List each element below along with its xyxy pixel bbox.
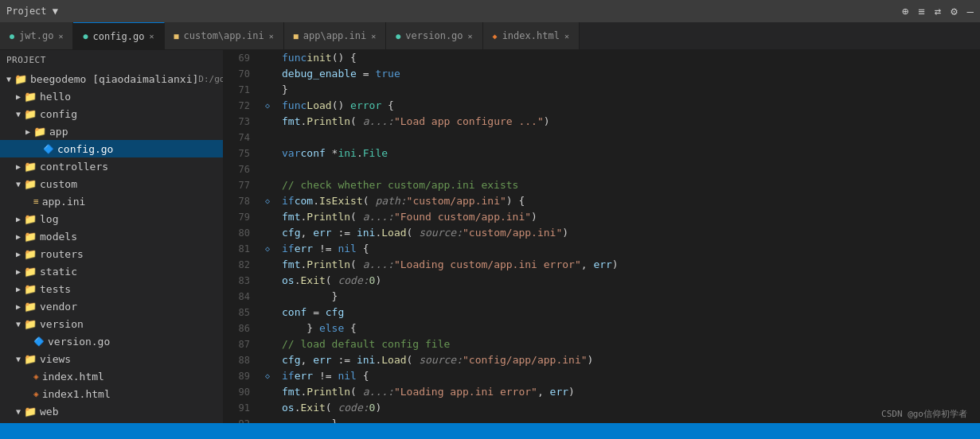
add-icon[interactable]: ⊕ [902,5,908,17]
file-tree: Project ▼📁beegodemo [qiaodaimalianxi] D:… [0,50,223,423]
tree-item-app_ini[interactable]: ≡app.ini [0,192,223,210]
folder-arrow: ▶ [13,267,24,276]
main-area: Project ▼📁beegodemo [qiaodaimalianxi] D:… [0,50,980,423]
html-file-icon: ◈ [33,371,39,382]
code-line: } else { [282,321,974,336]
tree-item-views[interactable]: ▼📁views [0,350,223,367]
tab-close[interactable]: ✕ [149,32,154,41]
tab-close[interactable]: ✕ [58,32,63,41]
tree-item-index1_html[interactable]: ◈index1.html [0,385,223,402]
folder-arrow: ▼ [3,75,14,84]
tree-item-config_go[interactable]: 🔷config.go [0,140,223,157]
folder-icon: 📁 [24,161,37,173]
tab-close[interactable]: ✕ [371,32,376,41]
code-line: conf = cfg [282,305,974,321]
breakpoint [260,130,275,146]
tree-item-log[interactable]: ▶📁log [0,210,223,227]
tree-label: routers [40,248,84,260]
project-dropdown[interactable]: Project ▼ [6,6,58,17]
tree-item-static[interactable]: ▶📁static [0,262,223,280]
breakpoint: ◇ [260,193,275,209]
tree-label: controllers [40,161,108,173]
tree-item-models[interactable]: ▶📁models [0,227,223,245]
code-line: } [282,82,974,98]
breakpoint [260,146,275,161]
tab-close[interactable]: ✕ [564,32,569,41]
folder-icon: 📁 [24,231,37,243]
tree-label: models [40,231,77,243]
tab-label: config.go [92,31,144,42]
breakpoint [260,177,275,193]
breakpoint [260,225,275,241]
tree-label: vendor [40,301,77,313]
breakpoint: ◇ [260,368,275,384]
folder-icon: 📁 [24,248,37,260]
code-line: func init() { [282,50,974,66]
folder-arrow: ▶ [13,302,24,311]
tree-item-routers[interactable]: ▶📁routers [0,245,223,262]
project-label[interactable]: Project ▼ [6,6,58,17]
tab-jwt[interactable]: ●jwt.go✕ [0,22,73,49]
tree-item-app_folder[interactable]: ▶📁app [0,122,223,140]
code-line: fmt.Println( a...: "Loading custom/app.i… [282,257,974,273]
code-line: os.Exit( code: 0) [282,400,974,416]
line-number: 78 [229,193,250,209]
folder-icon: 📁 [24,301,37,313]
tab-label: version.go [405,30,463,41]
breakpoint-gutter: ◇◇◇◇ [260,50,275,423]
tab-icon: ● [10,32,14,41]
code-line: } [282,289,974,305]
tree-path: D:/go/goproject/src/me/beegodemo [198,74,223,84]
code-line: if err != nil { [282,241,974,257]
code-line: if err != nil { [282,368,974,384]
tree-item-controllers[interactable]: ▶📁controllers [0,157,223,175]
tab-icon: ■ [294,32,299,41]
code-line: var conf *ini.File [282,146,974,161]
list-icon[interactable]: ≡ [918,5,924,17]
code-line: debug_enable = true [282,66,974,82]
line-number: 81 [229,241,250,257]
line-number: 69 [229,50,250,66]
breakpoint: ◇ [260,98,275,114]
tab-close[interactable]: ✕ [269,32,274,41]
tab-icon: ● [83,32,88,41]
folder-arrow: ▶ [13,250,24,258]
line-number: 86 [229,321,250,336]
folder-icon: 📁 [24,266,37,278]
tab-app_app_ini[interactable]: ■app\app.ini✕ [284,22,387,49]
split-icon[interactable]: ⇄ [935,5,941,17]
go-file-icon: 🔷 [33,336,45,347]
folder-icon: 📁 [24,406,37,418]
tab-version[interactable]: ●version.go✕ [386,22,482,49]
tree-item-config[interactable]: ▼📁config [0,105,223,122]
folder-arrow: ▼ [13,320,24,328]
tab-config[interactable]: ●config.go✕ [73,22,164,49]
tree-item-hello[interactable]: ▶📁hello [0,87,223,105]
tab-label: jwt.go [19,30,53,41]
tree-item-index_html[interactable]: ◈index.html [0,367,223,385]
breakpoint [260,400,275,416]
tree-item-beegodemo[interactable]: ▼📁beegodemo [qiaodaimalianxi] D:/go/gopr… [0,70,223,87]
minimize-icon[interactable]: — [967,5,974,17]
tree-item-vendor[interactable]: ▶📁vendor [0,297,223,315]
tab-icon: ◆ [493,32,498,41]
editor: 6970717273747576777879808182838485868788… [223,50,980,423]
tab-index_html[interactable]: ◆index.html✕ [483,22,580,49]
tree-item-web[interactable]: ▼📁web [0,402,223,420]
folder-arrow: ▼ [13,355,24,363]
settings-icon[interactable]: ⚙ [951,5,957,17]
tree-item-tests[interactable]: ▶📁tests [0,280,223,297]
top-bar: Project ▼ ⊕ ≡ ⇄ ⚙ — [0,0,980,22]
tree-item-version_go[interactable]: 🔷version.go [0,332,223,350]
code-content[interactable]: func init() { debug_enable = true}func L… [275,50,980,423]
code-line: // check whether custom/app.ini exists [282,177,974,193]
line-number: 73 [229,114,250,130]
tree-label: static [40,266,77,278]
breakpoint [260,50,275,66]
folder-icon: 📁 [24,283,37,295]
tab-custom_app_ini[interactable]: ■custom\app.ini✕ [165,22,284,49]
tab-close[interactable]: ✕ [468,32,473,41]
tree-item-custom[interactable]: ▼📁custom [0,175,223,192]
tree-item-version_folder[interactable]: ▼📁version [0,315,223,332]
status-bar [0,423,980,439]
